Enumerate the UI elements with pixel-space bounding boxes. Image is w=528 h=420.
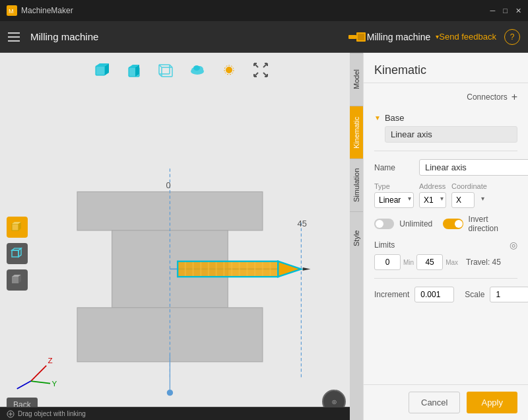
divider-2 [374,278,517,279]
svg-text:Z: Z [48,356,53,365]
svg-rect-37 [12,250,18,257]
type-select-wrapper: Linear [374,192,414,208]
type-select[interactable]: Linear [374,192,414,208]
svg-rect-34 [12,224,18,230]
maximize-btn[interactable]: □ [503,7,508,15]
min-input[interactable] [374,254,401,270]
increment-label: Increment [374,290,409,299]
divider-1 [374,151,517,151]
toggle-row: Unlimited Invert direction [374,215,517,233]
cube-front-icon[interactable] [123,59,145,81]
tree: ▼ Base Linear axis [374,111,517,143]
cancel-button[interactable]: Cancel [409,392,460,413]
light-icon[interactable] [218,59,240,81]
add-connector-button[interactable]: + [512,91,517,103]
tree-base-label: Base [385,113,405,123]
app-title: Milling machine [30,31,347,42]
compass-label: ◎ [332,399,337,405]
coordinate-group: Coordinate X [451,182,487,208]
type-group: Type Linear [374,182,414,208]
address-select[interactable]: X1 [419,192,446,208]
tree-axis-item[interactable]: Linear axis [385,126,517,143]
invert-label: Invert direction [469,215,517,233]
svg-point-19 [193,65,200,71]
name-field-row: Name ... [374,159,517,176]
increment-input[interactable] [414,287,454,302]
name-label: Name [374,163,414,172]
svg-text:0: 0 [166,180,171,190]
minimize-btn[interactable]: ─ [490,7,496,15]
svg-marker-39 [18,248,21,257]
close-btn[interactable]: ✕ [515,7,521,15]
type-label: Type [374,182,414,190]
toolbar-machine-name: Milling machine [367,32,430,42]
address-group: Address X1 [419,182,446,208]
scale-input[interactable] [490,287,528,302]
svg-rect-12 [162,67,172,77]
expand-icon[interactable] [250,59,271,81]
viewport-3d[interactable]: 0 45 Z Y Back ◎ 1.7.0.0-5.0.0 [0,87,363,420]
cube-wire-icon[interactable] [7,243,28,264]
machine-viewport: 0 45 Z Y [0,87,363,420]
title-bar: M MachineMaker ─ □ ✕ [0,0,528,21]
coordinate-select[interactable]: X [451,192,475,208]
tab-model[interactable]: Model [350,53,363,106]
tree-base-item[interactable]: ▼ Base [374,111,517,125]
scale-label: Scale [465,290,484,299]
svg-text:M: M [9,8,14,15]
min-label: Min [403,259,414,266]
name-input[interactable] [419,159,528,176]
limits-label: Limits [374,240,510,250]
toolbar-center: Milling machine ▾ [347,30,439,44]
travel-text: Travel: 45 [466,258,501,267]
svg-rect-5 [96,66,105,75]
left-strip [7,217,28,291]
window-controls[interactable]: ─ □ ✕ [490,7,521,15]
app-icon: M [7,5,17,16]
menu-button[interactable] [8,32,20,42]
coordinate-select-wrapper: X [451,192,487,208]
app-toolbar: Milling machine Milling machine ▾ Send f… [0,21,528,53]
help-button[interactable]: ? [504,29,520,45]
panel-title: Kinematic [374,63,426,77]
window-title: MachineMaker [21,6,490,15]
right-panel: Kinematic Connectors + ▼ Base Linear axi… [363,53,528,420]
svg-text:45: 45 [298,219,307,228]
max-label: Max [446,259,458,266]
invert-toggle[interactable] [443,219,463,229]
cube-3d-icon[interactable] [7,217,28,238]
limits-target-icon[interactable]: ◎ [510,240,517,250]
cloud-icon[interactable] [187,59,208,81]
connectors-label: Connectors [467,92,507,102]
view-toolbar [0,53,363,87]
type-address-coord-row: Type Linear Address X1 [374,182,517,208]
max-input[interactable] [416,254,443,270]
address-label: Address [419,182,446,190]
tree-sub: Linear axis [374,126,517,143]
cube-back-icon[interactable] [155,59,176,81]
tab-simulation[interactable]: Simulation [350,158,363,211]
unlimited-label: Unlimited [399,219,432,228]
panel-header: Kinematic [364,53,528,83]
status-bar: Drag object with linking [0,407,363,420]
main-layout: 0 45 Z Y Back ◎ 1.7.0.0-5.0.0 [0,53,528,420]
tab-style[interactable]: Style [350,211,363,264]
machine-icon [347,30,367,44]
address-select-wrapper: X1 [419,192,446,208]
viewport-area: 0 45 Z Y Back ◎ 1.7.0.0-5.0.0 [0,53,363,420]
panel-footer: Cancel Apply [364,384,528,420]
panel-body: Connectors + ▼ Base Linear axis Name [364,83,528,384]
connectors-row: Connectors + [374,91,517,103]
tab-kinematic[interactable]: Kinematic [350,106,363,158]
limits-inputs: Min Max Travel: 45 [374,254,517,270]
tree-axis-label: Linear axis [391,129,432,139]
status-text: Drag object with linking [18,410,86,417]
unlimited-toggle[interactable] [374,219,394,229]
cube-all-icon[interactable] [92,59,113,81]
apply-button[interactable]: Apply [467,392,517,413]
limits-header-row: Limits ◎ [374,240,517,250]
feedback-button[interactable]: Send feedback [439,32,496,42]
svg-rect-2 [348,35,356,39]
tree-expand-icon: ▼ [374,114,381,122]
cube-solid-icon[interactable] [7,269,28,291]
